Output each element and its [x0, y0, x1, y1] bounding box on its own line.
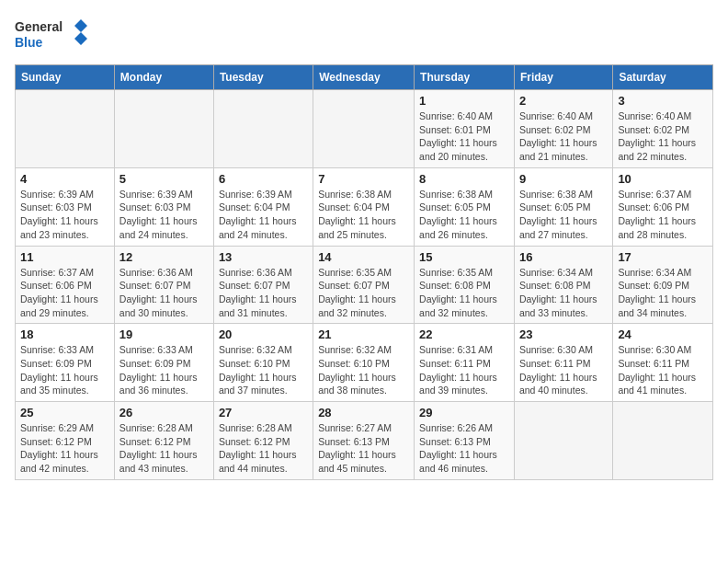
day-number: 10 [618, 172, 708, 186]
day-detail: Sunrise: 6:39 AM Sunset: 6:03 PM Dayligh… [119, 188, 209, 242]
day-detail: Sunrise: 6:33 AM Sunset: 6:09 PM Dayligh… [20, 343, 109, 397]
weekday-header-saturday: Saturday [613, 65, 713, 90]
day-detail: Sunrise: 6:38 AM Sunset: 6:05 PM Dayligh… [519, 188, 608, 242]
day-detail: Sunrise: 6:38 AM Sunset: 6:05 PM Dayligh… [419, 188, 509, 242]
day-number: 13 [219, 250, 308, 264]
day-detail: Sunrise: 6:26 AM Sunset: 6:13 PM Dayligh… [419, 421, 509, 476]
day-number: 29 [419, 406, 509, 419]
day-number: 26 [119, 406, 209, 419]
day-number: 1 [419, 94, 509, 108]
day-detail: Sunrise: 6:36 AM Sunset: 6:07 PM Dayligh… [119, 266, 209, 320]
day-detail: Sunrise: 6:39 AM Sunset: 6:04 PM Dayligh… [219, 188, 308, 242]
calendar-cell: 25Sunrise: 6:29 AM Sunset: 6:12 PM Dayli… [16, 402, 115, 480]
calendar-cell [213, 90, 313, 168]
day-number: 21 [318, 327, 409, 341]
calendar-week-row: 18Sunrise: 6:33 AM Sunset: 6:09 PM Dayli… [16, 324, 713, 402]
calendar-cell: 12Sunrise: 6:36 AM Sunset: 6:07 PM Dayli… [114, 246, 213, 324]
day-detail: Sunrise: 6:34 AM Sunset: 6:08 PM Dayligh… [519, 266, 608, 320]
weekday-header-wednesday: Wednesday [313, 65, 415, 90]
calendar-cell: 20Sunrise: 6:32 AM Sunset: 6:10 PM Dayli… [213, 324, 313, 402]
day-detail: Sunrise: 6:29 AM Sunset: 6:12 PM Dayligh… [20, 421, 109, 476]
day-number: 28 [318, 406, 409, 419]
day-number: 25 [20, 406, 109, 419]
day-number: 8 [419, 172, 509, 186]
calendar-cell: 16Sunrise: 6:34 AM Sunset: 6:08 PM Dayli… [514, 246, 612, 324]
calendar-cell: 18Sunrise: 6:33 AM Sunset: 6:09 PM Dayli… [16, 324, 115, 402]
calendar-cell: 23Sunrise: 6:30 AM Sunset: 6:11 PM Dayli… [514, 324, 612, 402]
calendar-week-row: 11Sunrise: 6:37 AM Sunset: 6:06 PM Dayli… [16, 246, 713, 324]
calendar-cell: 22Sunrise: 6:31 AM Sunset: 6:11 PM Dayli… [415, 324, 515, 402]
calendar-cell: 13Sunrise: 6:36 AM Sunset: 6:07 PM Dayli… [213, 246, 313, 324]
day-detail: Sunrise: 6:31 AM Sunset: 6:11 PM Dayligh… [419, 343, 509, 397]
day-number: 27 [219, 406, 308, 419]
svg-marker-2 [74, 19, 87, 45]
logo-svg: General Blue [15, 15, 88, 53]
weekday-header-row: SundayMondayTuesdayWednesdayThursdayFrid… [16, 65, 713, 90]
calendar-cell: 11Sunrise: 6:37 AM Sunset: 6:06 PM Dayli… [16, 246, 115, 324]
calendar-cell: 9Sunrise: 6:38 AM Sunset: 6:05 PM Daylig… [514, 167, 612, 246]
day-detail: Sunrise: 6:40 AM Sunset: 6:02 PM Dayligh… [618, 109, 708, 164]
day-number: 12 [119, 250, 209, 264]
day-detail: Sunrise: 6:32 AM Sunset: 6:10 PM Dayligh… [318, 343, 409, 397]
logo: General Blue [15, 15, 88, 53]
day-detail: Sunrise: 6:40 AM Sunset: 6:01 PM Dayligh… [419, 109, 509, 164]
day-detail: Sunrise: 6:36 AM Sunset: 6:07 PM Dayligh… [219, 266, 308, 320]
calendar-cell: 1Sunrise: 6:40 AM Sunset: 6:01 PM Daylig… [415, 90, 515, 168]
day-detail: Sunrise: 6:33 AM Sunset: 6:09 PM Dayligh… [119, 343, 209, 397]
calendar-cell [114, 90, 213, 168]
day-detail: Sunrise: 6:28 AM Sunset: 6:12 PM Dayligh… [119, 421, 209, 476]
calendar-cell: 8Sunrise: 6:38 AM Sunset: 6:05 PM Daylig… [415, 167, 515, 246]
day-number: 22 [419, 327, 509, 341]
day-number: 14 [318, 250, 409, 264]
svg-text:Blue: Blue [15, 35, 43, 50]
weekday-header-monday: Monday [114, 65, 213, 90]
calendar-table: SundayMondayTuesdayWednesdayThursdayFrid… [15, 64, 713, 480]
day-number: 4 [20, 172, 109, 186]
day-detail: Sunrise: 6:38 AM Sunset: 6:04 PM Dayligh… [318, 188, 409, 242]
day-detail: Sunrise: 6:32 AM Sunset: 6:10 PM Dayligh… [219, 343, 308, 397]
calendar-week-row: 4Sunrise: 6:39 AM Sunset: 6:03 PM Daylig… [16, 167, 713, 246]
day-number: 9 [519, 172, 608, 186]
calendar-cell: 24Sunrise: 6:30 AM Sunset: 6:11 PM Dayli… [613, 324, 713, 402]
day-number: 19 [119, 327, 209, 341]
svg-text:General: General [15, 19, 63, 34]
calendar-cell: 21Sunrise: 6:32 AM Sunset: 6:10 PM Dayli… [313, 324, 415, 402]
weekday-header-thursday: Thursday [415, 65, 515, 90]
weekday-header-sunday: Sunday [16, 65, 115, 90]
calendar-cell: 29Sunrise: 6:26 AM Sunset: 6:13 PM Dayli… [415, 402, 515, 480]
calendar-cell [16, 90, 115, 168]
calendar-cell: 19Sunrise: 6:33 AM Sunset: 6:09 PM Dayli… [114, 324, 213, 402]
day-number: 20 [219, 327, 308, 341]
day-number: 5 [119, 172, 209, 186]
day-number: 11 [20, 250, 109, 264]
calendar-cell: 3Sunrise: 6:40 AM Sunset: 6:02 PM Daylig… [613, 90, 713, 168]
day-detail: Sunrise: 6:39 AM Sunset: 6:03 PM Dayligh… [20, 188, 109, 242]
calendar-cell: 27Sunrise: 6:28 AM Sunset: 6:12 PM Dayli… [213, 402, 313, 480]
header: General Blue [15, 15, 713, 53]
calendar-cell [313, 90, 415, 168]
day-number: 23 [519, 327, 608, 341]
day-number: 2 [519, 94, 608, 108]
day-number: 18 [20, 327, 109, 341]
calendar-cell [613, 402, 713, 480]
day-number: 6 [219, 172, 308, 186]
day-detail: Sunrise: 6:35 AM Sunset: 6:07 PM Dayligh… [318, 266, 409, 320]
calendar-cell: 14Sunrise: 6:35 AM Sunset: 6:07 PM Dayli… [313, 246, 415, 324]
day-detail: Sunrise: 6:35 AM Sunset: 6:08 PM Dayligh… [419, 266, 509, 320]
day-detail: Sunrise: 6:34 AM Sunset: 6:09 PM Dayligh… [618, 266, 708, 320]
day-number: 17 [618, 250, 708, 264]
day-number: 7 [318, 172, 409, 186]
day-detail: Sunrise: 6:27 AM Sunset: 6:13 PM Dayligh… [318, 421, 409, 476]
weekday-header-friday: Friday [514, 65, 612, 90]
calendar-week-row: 25Sunrise: 6:29 AM Sunset: 6:12 PM Dayli… [16, 402, 713, 480]
day-detail: Sunrise: 6:30 AM Sunset: 6:11 PM Dayligh… [519, 343, 608, 397]
day-number: 16 [519, 250, 608, 264]
weekday-header-tuesday: Tuesday [213, 65, 313, 90]
day-number: 15 [419, 250, 509, 264]
calendar-cell: 6Sunrise: 6:39 AM Sunset: 6:04 PM Daylig… [213, 167, 313, 246]
day-detail: Sunrise: 6:37 AM Sunset: 6:06 PM Dayligh… [20, 266, 109, 320]
day-detail: Sunrise: 6:40 AM Sunset: 6:02 PM Dayligh… [519, 109, 608, 164]
calendar-cell: 10Sunrise: 6:37 AM Sunset: 6:06 PM Dayli… [613, 167, 713, 246]
calendar-cell: 26Sunrise: 6:28 AM Sunset: 6:12 PM Dayli… [114, 402, 213, 480]
day-number: 3 [618, 94, 708, 108]
